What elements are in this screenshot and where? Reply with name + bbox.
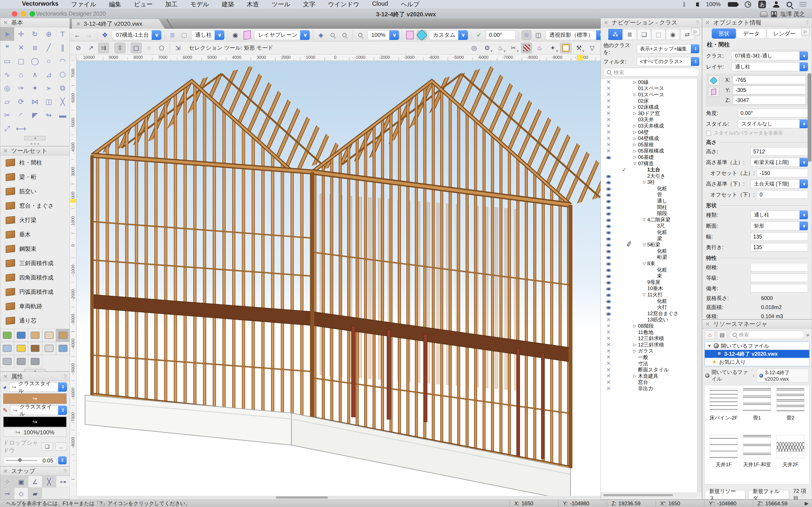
layer-page-icon[interactable]: ▢	[179, 30, 189, 40]
class-row[interactable]: 4二階床梁	[601, 217, 697, 223]
class-row[interactable]: 12窓台まぐさ	[601, 310, 697, 317]
oip-tab-data[interactable]: データ	[736, 29, 766, 39]
menu-item[interactable]: ツール	[265, 0, 297, 9]
clipboard-view-icon[interactable]	[560, 43, 571, 53]
class-row[interactable]: 木造建具	[601, 373, 697, 379]
polygon-marquee-mode-icon[interactable]: ⬠	[156, 43, 167, 53]
mirror-tool-icon[interactable]: ⋈	[28, 95, 42, 108]
class-row[interactable]: 01スペース	[601, 92, 697, 98]
volume-icon[interactable]	[693, 2, 699, 7]
disclosure-icon[interactable]	[631, 136, 638, 141]
class-visibility-icon[interactable]	[605, 360, 612, 367]
class-row[interactable]: 11敷地	[601, 329, 697, 335]
modebar-overflow-icon[interactable]: ▽	[587, 43, 598, 53]
render-teapot-icon[interactable]: ♨	[534, 43, 545, 53]
fastener-category-icon[interactable]	[14, 355, 28, 368]
tab-close-icon[interactable]: ✕	[76, 21, 81, 27]
help-icon[interactable]: ?	[696, 19, 699, 26]
arc-tool-icon[interactable]: ◠	[56, 54, 69, 68]
species-field[interactable]	[751, 263, 808, 272]
class-row[interactable]: 火打	[601, 304, 697, 310]
nav-tab-saved-views-icon[interactable]: ◉	[666, 29, 680, 40]
class-row[interactable]: 07構造	[601, 160, 697, 167]
class-row[interactable]: 5桁梁	[601, 241, 697, 248]
trim-tool-icon[interactable]: ✂	[0, 108, 14, 122]
resource-breadcrumb[interactable]: 開いているファイル › 3-12-4終了 v2020.vwx	[702, 367, 812, 384]
active-layer-dropdown[interactable]: 07構造-1土台	[112, 30, 161, 40]
class-visibility-icon[interactable]	[605, 223, 612, 229]
lighting-options-icon[interactable]: ✦∨	[547, 43, 558, 53]
unified-view-icon[interactable]	[417, 30, 427, 40]
tree-favorites[interactable]: ★ お気に入り	[705, 358, 809, 366]
class-visibility-icon[interactable]	[605, 254, 612, 260]
resource-thumbnail[interactable]: 天井2F	[774, 435, 807, 481]
disclosure-icon[interactable]	[641, 180, 647, 185]
site-category-icon[interactable]	[0, 329, 14, 342]
regular-polygon-tool-icon[interactable]: ⬡	[56, 68, 69, 81]
palette-menu-button[interactable]: ▷	[801, 28, 810, 35]
menu-item[interactable]: モデル	[184, 0, 215, 9]
class-visibility-icon[interactable]	[605, 204, 612, 210]
section-dropdown[interactable]: 矩形	[751, 221, 808, 230]
disclosure-icon[interactable]	[631, 349, 638, 353]
disclosure-icon[interactable]	[631, 111, 638, 116]
class-row[interactable]: 03天井構成	[601, 123, 697, 129]
furniture-category-icon[interactable]	[28, 342, 42, 355]
toolset-tool[interactable]: 火打梁	[0, 213, 69, 227]
annotation-category-icon[interactable]	[42, 342, 56, 355]
fast-user-switch-icon[interactable]	[773, 1, 779, 8]
wand-tool-icon[interactable]: ✦	[28, 81, 42, 95]
toolset-tool[interactable]: 三斜面積作成	[0, 256, 69, 270]
menu-item[interactable]: ウインドウ	[322, 0, 366, 9]
disclosure-icon[interactable]	[631, 80, 638, 84]
class-visibility-icon[interactable]	[605, 323, 612, 329]
move-mode-icon[interactable]: ↗	[86, 43, 96, 53]
style-params-checkbox[interactable]	[706, 130, 711, 135]
intersect-tool-icon[interactable]: ╳	[56, 95, 69, 108]
class-visibility-icon[interactable]	[605, 117, 612, 123]
grid-snap-icon[interactable]: ⁘	[0, 476, 14, 488]
nav-tab-sheets-icon[interactable]: ❏	[637, 29, 651, 40]
offset-bottom-field[interactable]: 0	[757, 190, 808, 199]
class-row[interactable]: 00線	[601, 79, 697, 86]
lasso-marquee-mode-icon[interactable]: ◌	[143, 43, 154, 53]
class-visibility-icon[interactable]	[605, 173, 612, 179]
disclosure-icon[interactable]	[641, 292, 647, 297]
back-button[interactable]: ←	[72, 30, 82, 40]
class-visibility-icon[interactable]	[605, 367, 612, 373]
working-plane-snap-icon[interactable]: ▰	[28, 488, 42, 499]
text-tool-icon[interactable]: T	[56, 27, 69, 41]
tree-current-file[interactable]: 3-12-4終了 v2020.vwx	[705, 350, 809, 358]
class-visibility-icon[interactable]	[605, 348, 612, 354]
move-by-points-tool-icon[interactable]: ⤢	[0, 122, 14, 135]
active-plane-dropdown[interactable]: レイヤプレーン	[254, 30, 310, 40]
class-row[interactable]: 非出力	[601, 385, 697, 392]
class-visibility-icon[interactable]	[605, 292, 612, 298]
current-view-dropdown[interactable]: カスタム	[429, 30, 468, 40]
line-weight-slider[interactable]: 0.05	[3, 456, 56, 464]
stacked-layers-icon[interactable]: ≋	[522, 30, 531, 40]
gis-category-icon[interactable]	[14, 329, 28, 342]
toolset-tool[interactable]: 円弧面積作成	[0, 285, 69, 299]
disclosure-icon[interactable]	[631, 324, 638, 328]
smart-point-snap-icon[interactable]: ◇	[14, 488, 28, 499]
class-visibility-icon[interactable]	[605, 298, 612, 304]
clock-icon[interactable]	[745, 1, 751, 8]
class-visibility-icon[interactable]	[605, 235, 612, 241]
menu-item[interactable]: ファイル	[65, 0, 103, 9]
zoom-window-button[interactable]	[30, 11, 35, 17]
class-list[interactable]: 00線 01スペース 01スペース 02床	[601, 79, 697, 492]
y-field[interactable]: -305	[733, 86, 806, 94]
toolset-tool[interactable]: 四角面積作成	[0, 270, 69, 285]
class-row[interactable]: 3Dドア窓	[601, 110, 697, 117]
class-row[interactable]: 08階段	[601, 323, 697, 329]
rectangle-tool-icon[interactable]: ▭	[0, 54, 14, 68]
statusbar-expand-icon[interactable]: ▶	[801, 500, 812, 506]
class-row[interactable]: 化粧	[601, 229, 697, 235]
class-list-horizontal-scrollbar[interactable]	[601, 494, 697, 497]
toolset-tool[interactable]: 柱・間柱	[0, 156, 69, 170]
interactive-scaling-mode-icon[interactable]: ⇲	[172, 43, 183, 53]
class-visibility-icon[interactable]	[605, 217, 612, 223]
class-row[interactable]: 11火打	[601, 291, 697, 298]
spiral-tool-icon[interactable]: ◎	[0, 81, 14, 95]
